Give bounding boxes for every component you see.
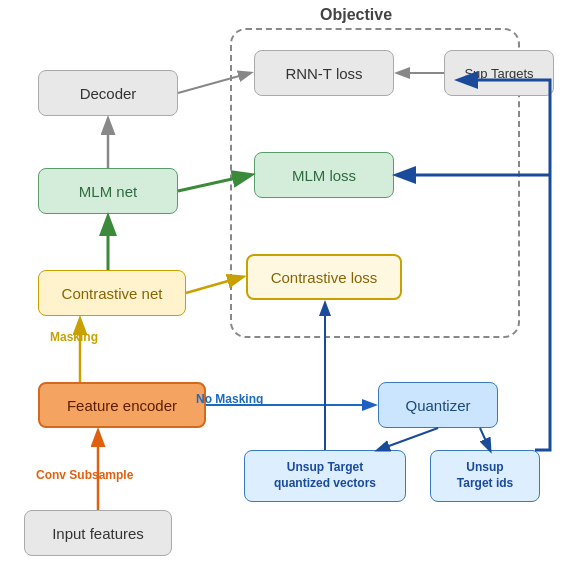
rnn-t-loss-box: RNN-T loss — [254, 50, 394, 96]
contrastive-net-box: Contrastive net — [38, 270, 186, 316]
masking-label: Masking — [50, 330, 98, 344]
feature-encoder-box: Feature encoder — [38, 382, 206, 428]
svg-line-10 — [480, 428, 490, 450]
mlm-net-box: MLM net — [38, 168, 178, 214]
quantizer-box: Quantizer — [378, 382, 498, 428]
no-masking-label: No Masking — [196, 392, 263, 406]
decoder-box: Decoder — [38, 70, 178, 116]
sup-targets-box: Sup Targets — [444, 50, 554, 96]
unsup-ids-box: Unsup Target ids — [430, 450, 540, 502]
contrastive-loss-box: Contrastive loss — [246, 254, 402, 300]
architecture-diagram: Objective Decoder RNN-T loss Sup Targets… — [0, 0, 576, 572]
mlm-loss-box: MLM loss — [254, 152, 394, 198]
objective-label: Objective — [320, 6, 392, 24]
svg-line-9 — [378, 428, 438, 450]
input-features-box: Input features — [24, 510, 172, 556]
unsup-quantized-box: Unsup Target quantized vectors — [244, 450, 406, 502]
conv-subsample-label: Conv Subsample — [36, 468, 133, 482]
